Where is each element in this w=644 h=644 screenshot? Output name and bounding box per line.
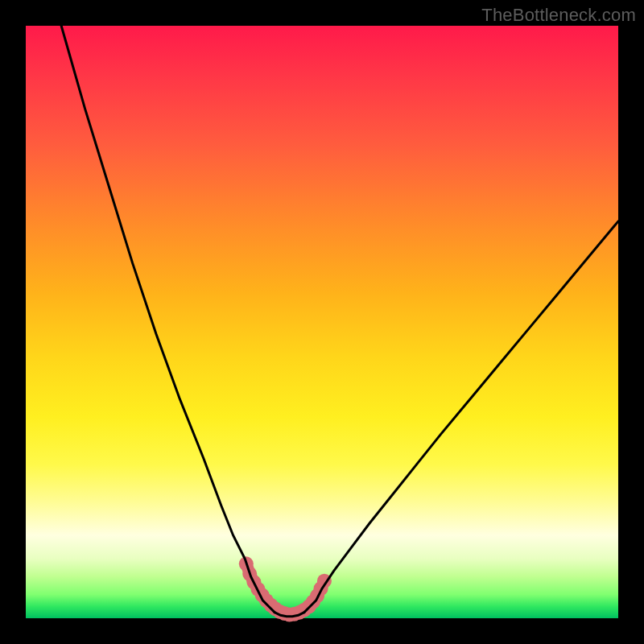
curve-right-branch: [304, 221, 618, 613]
curve-left-branch: [61, 26, 275, 613]
watermark-text: TheBottleneck.com: [481, 5, 636, 26]
plot-area: [26, 26, 618, 618]
curve-layer: [26, 26, 618, 618]
chart-frame: TheBottleneck.com: [0, 0, 644, 644]
